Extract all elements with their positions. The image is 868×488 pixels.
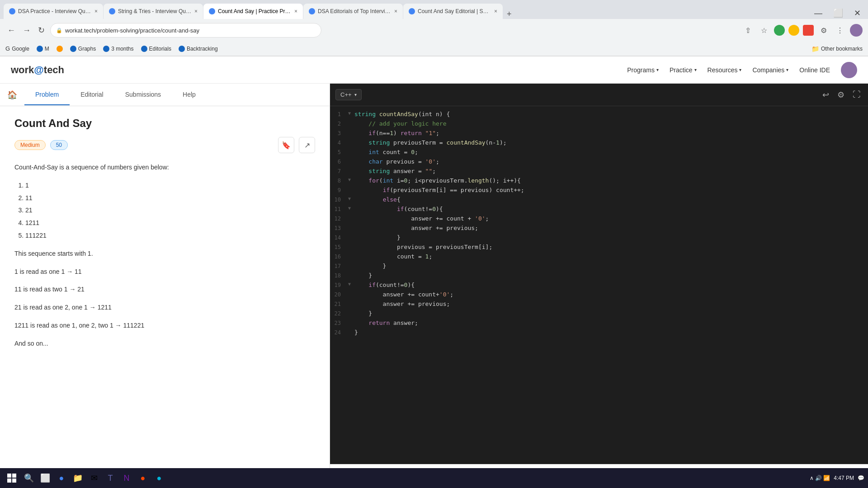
taskbar-onenote[interactable]: N	[119, 471, 134, 485]
code-line-18: 18 }	[330, 271, 868, 281]
user-avatar[interactable]	[841, 62, 857, 78]
tab-3-close[interactable]: ×	[294, 8, 297, 14]
maximize-button[interactable]: ⬜	[830, 7, 847, 19]
code-line-5: 5 int count = 0;	[330, 148, 868, 157]
close-button[interactable]: ✕	[850, 7, 864, 19]
code-line-9: 9 if(previousTerm[i] == previous) count+…	[330, 186, 868, 195]
tab-5-close[interactable]: ×	[494, 8, 497, 14]
tab-editorial[interactable]: Editorial	[70, 84, 114, 105]
code-action-buttons: ↩ ⚙ ⛶	[821, 88, 863, 102]
explanation-3: 21 is read as one 2, one 1 → 1211	[14, 302, 315, 313]
bookmark-3months[interactable]: 3 months	[103, 46, 133, 52]
editor-area[interactable]: 1 ▼ string countAndSay(int n) { 2 // add…	[330, 106, 868, 464]
extension-1-icon[interactable]	[774, 25, 785, 36]
tab-help[interactable]: Help	[172, 84, 207, 105]
code-line-10: 10 ▼ else{	[330, 195, 868, 205]
taskbar-app1[interactable]: ●	[136, 471, 150, 485]
tab-4-title: DSA Editorials of Top Interview C...	[318, 8, 392, 14]
tab-problem-label: Problem	[35, 91, 59, 98]
nav-resources[interactable]: Resources ▾	[708, 66, 742, 74]
lock-icon: 🔒	[56, 28, 62, 33]
taskbar-chrome[interactable]: ●	[54, 471, 69, 485]
settings-button[interactable]: ⚙	[835, 88, 846, 102]
bookmark-chart[interactable]	[57, 46, 63, 52]
nav-online-ide-label: Online IDE	[799, 66, 830, 74]
bookmark-editorials-label: Editorials	[149, 46, 171, 52]
language-label: C++	[340, 91, 352, 98]
taskbar-task-view[interactable]: ⬜	[38, 471, 52, 485]
taskbar-app2[interactable]: ●	[152, 471, 166, 485]
site-logo[interactable]: work@tech	[11, 64, 64, 76]
minimize-button[interactable]: —	[811, 8, 826, 19]
tab-2[interactable]: String & Tries - Interview Questio... ×	[104, 4, 203, 19]
tab-5[interactable]: Count And Say Editorial | Solutio... ×	[403, 4, 503, 19]
bookmark-google[interactable]: G Google	[5, 45, 29, 52]
language-selector[interactable]: C++ ▾	[335, 89, 362, 100]
extension-2-icon[interactable]	[788, 25, 799, 36]
tab-3[interactable]: Count And Say | Practice Proble... ×	[203, 4, 303, 19]
tab-1-close[interactable]: ×	[94, 8, 98, 14]
back-button[interactable]: ←	[5, 24, 17, 37]
code-line-3: 3 if(n==1) return "1";	[330, 129, 868, 138]
home-icon[interactable]: 🏠	[7, 90, 17, 100]
notification-icon[interactable]: 💬	[858, 475, 864, 481]
bookmark-graphs[interactable]: Graphs	[70, 46, 96, 52]
tab-3-title: Count And Say | Practice Proble...	[218, 8, 292, 14]
fullscreen-button[interactable]: ⛶	[851, 88, 863, 102]
problem-description: Count-And-Say is a sequence of numbers g…	[14, 162, 315, 349]
code-line-19: 19 ▼ if(count!=0){	[330, 281, 868, 290]
extension-3-icon[interactable]	[803, 25, 814, 36]
nav-practice[interactable]: Practice ▾	[670, 66, 697, 74]
taskbar-search[interactable]: 🔍	[22, 471, 36, 485]
tab-submissions[interactable]: Submissions	[114, 84, 172, 105]
address-text: workat.tech/problem-solving/practice/cou…	[65, 27, 316, 34]
bookmark-button[interactable]: 🔖	[278, 137, 294, 153]
share-icon[interactable]: ⇧	[741, 24, 754, 37]
taskbar-teams[interactable]: T	[103, 471, 118, 485]
star-icon[interactable]: ☆	[758, 24, 770, 37]
taskbar-clock: 4:47 PM	[834, 475, 854, 481]
seq-4: 1211	[25, 218, 315, 229]
forward-button[interactable]: →	[21, 24, 33, 37]
chrome-menu-icon[interactable]: ⋮	[834, 24, 846, 37]
tab-problem[interactable]: Problem	[24, 84, 70, 105]
code-line-1: 1 ▼ string countAndSay(int n) {	[330, 110, 868, 119]
share-problem-button[interactable]: ↗	[299, 137, 315, 153]
bookmark-m[interactable]: M	[37, 46, 49, 52]
bookmark-3months-label: 3 months	[111, 46, 133, 52]
tab-1[interactable]: DSA Practice - Interview Questio... ×	[4, 4, 103, 19]
site-nav: Programs ▾ Practice ▾ Resources ▾ Compan…	[627, 62, 857, 78]
code-line-24: 24 }	[330, 328, 868, 338]
browser-toolbar-right: ⇧ ☆ ⚙ ⋮	[741, 24, 863, 37]
undo-button[interactable]: ↩	[821, 88, 831, 102]
bookmark-graphs-label: Graphs	[78, 46, 96, 52]
logo-work: work	[11, 64, 34, 75]
other-bookmarks[interactable]: 📁 Other bookmarks	[811, 45, 863, 52]
start-button[interactable]	[4, 470, 20, 486]
nav-resources-label: Resources	[708, 66, 738, 74]
tab-4-close[interactable]: ×	[394, 8, 397, 14]
new-tab-button[interactable]: +	[503, 9, 515, 19]
nav-online-ide[interactable]: Online IDE	[799, 66, 830, 74]
tab-editorial-label: Editorial	[80, 91, 104, 98]
tab-2-close[interactable]: ×	[194, 8, 198, 14]
nav-companies[interactable]: Companies ▾	[752, 66, 788, 74]
bookmark-backtracking[interactable]: Backtracking	[179, 46, 218, 52]
nav-programs[interactable]: Programs ▾	[627, 66, 659, 74]
address-bar[interactable]: 🔒 workat.tech/problem-solving/practice/c…	[50, 23, 321, 38]
seq-3: 21	[25, 205, 315, 216]
explanation-2: 11 is read as two 1 → 21	[14, 284, 315, 295]
reload-button[interactable]: ↻	[36, 23, 47, 37]
address-bar-row: ← → ↻ 🔒 workat.tech/problem-solving/prac…	[0, 19, 868, 42]
code-line-8: 8 ▼ for(int i=0; i<previousTerm.length()…	[330, 176, 868, 186]
seq-5: 111221	[25, 230, 315, 241]
taskbar-file-explorer[interactable]: 📁	[71, 471, 85, 485]
seq-1: 1	[25, 180, 315, 191]
tab-4[interactable]: DSA Editorials of Top Interview C... ×	[303, 4, 403, 19]
programs-caret: ▾	[656, 67, 659, 72]
taskbar-mail[interactable]: ✉	[87, 471, 101, 485]
extensions-icon[interactable]: ⚙	[817, 24, 830, 37]
code-line-7: 7 string answer = "";	[330, 167, 868, 176]
profile-avatar[interactable]	[850, 24, 863, 37]
bookmark-editorials[interactable]: Editorials	[141, 46, 171, 52]
